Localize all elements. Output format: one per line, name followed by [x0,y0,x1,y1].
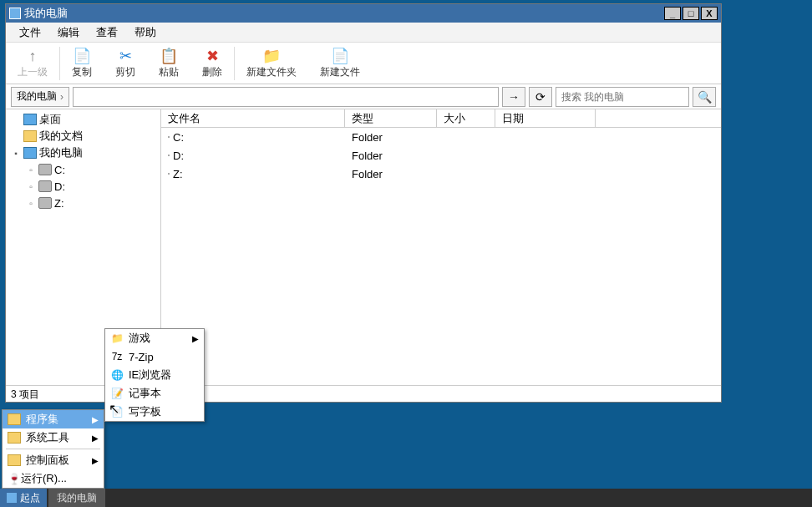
toolbar-剪切[interactable]: ✂剪切 [104,43,147,84]
menu-edit[interactable]: 编辑 [49,23,88,42]
file-type: Folder [345,150,437,162]
chevron-right-icon: ▶ [192,334,199,343]
tree-node-我的电脑[interactable]: ▪我的电脑 [6,144,160,161]
search-input[interactable] [556,87,689,107]
menu-label: IE浏览器 [129,368,171,383]
toolbar-icon: 📄 [73,47,91,65]
drive-icon [38,197,52,209]
app-icon: 🌐 [110,369,124,381]
address-bar: 我的电脑 › → ⟳ 🔍 [6,84,721,109]
column-headers: 文件名类型大小日期 [161,109,721,128]
submenu-item-7-Zip[interactable]: 7z7-Zip [105,347,204,366]
column-header[interactable]: 文件名 [161,109,345,127]
submenu-item-记事本[interactable]: 📝记事本 [105,384,204,403]
toolbar-新建文件[interactable]: 📄新建文件 [308,43,372,84]
app-icon: 📝 [110,388,124,399]
drive-icon [168,136,170,138]
toolbar: ↑上一级📄复制✂剪切📋粘贴✖删除📁新建文件夹📄新建文件 [6,43,721,84]
tree-node-Z:[interactable]: ▫Z: [6,195,160,211]
toolbar-label: 粘贴 [159,65,179,79]
menu-label: 写字板 [129,404,161,419]
start-button[interactable]: 起点 [0,489,47,507]
toolbar-icon: 📁 [262,47,281,65]
file-rows: C:FolderD:FolderZ:Folder [161,128,721,385]
toolbar-删除[interactable]: ✖删除 [190,43,234,84]
expand-icon[interactable]: ▫ [26,165,36,175]
run-icon: 🍷 [8,473,21,485]
toolbar-粘贴[interactable]: 📋粘贴 [147,43,190,84]
table-row[interactable]: Z:Folder [161,165,721,183]
table-row[interactable]: D:Folder [161,146,721,165]
menu-label: 系统工具 [26,430,69,445]
tree-node-我的文档[interactable]: 我的文档 [6,128,160,144]
file-list-panel: 文件名类型大小日期 C:FolderD:FolderZ:Folder [161,109,721,385]
menu-help[interactable]: 帮助 [126,23,165,42]
toolbar-label: 删除 [202,65,222,79]
folder-icon [23,130,37,142]
menu-file[interactable]: 文件 [11,23,49,42]
toolbar-上一级: ↑上一级 [6,43,59,84]
start-item-控制面板[interactable]: 控制面板▶ [3,451,104,469]
titlebar[interactable]: 我的电脑 _ □ X [6,4,721,23]
tree-node-D:[interactable]: ▫D: [6,178,160,195]
menu-label: 运行(R)... [21,471,67,486]
refresh-button[interactable]: ⟳ [529,87,552,107]
toolbar-icon: 📄 [331,47,349,65]
app-icon [9,8,21,19]
submenu-item-写字板[interactable]: 📄写字板 [105,403,204,421]
taskbar-item[interactable]: 我的电脑 [48,489,105,507]
submenu-item-游戏[interactable]: 📁游戏▶ [105,329,204,347]
drive-icon [168,155,170,156]
toolbar-复制[interactable]: 📄复制 [60,43,104,84]
start-label: 起点 [20,491,40,505]
expand-icon[interactable]: ▫ [26,182,36,191]
toolbar-label: 新建文件夹 [246,65,297,79]
drive-icon [38,164,52,175]
window-title: 我的电脑 [24,6,662,21]
chevron-right-icon: ▶ [92,433,99,443]
file-name: D: [173,150,184,162]
app-icon: 📁 [110,332,124,344]
go-button[interactable]: → [502,87,525,107]
toolbar-label: 上一级 [18,65,48,79]
toolbar-icon: ↑ [29,47,37,65]
drive-icon [168,173,170,175]
expand-icon[interactable]: ▫ [26,199,36,208]
tree-label: D: [54,180,65,193]
tree-label: C: [54,164,65,176]
pc-icon [23,114,37,125]
toolbar-新建文件夹[interactable]: 📁新建文件夹 [235,43,308,84]
chevron-right-icon: › [60,91,63,103]
folder-icon [8,413,21,425]
toolbar-icon: 📋 [160,47,178,65]
column-header[interactable]: 大小 [437,109,495,127]
maximize-button[interactable]: □ [683,7,699,20]
tree-node-C:[interactable]: ▫C: [6,161,160,178]
menu-label: 7-Zip [129,351,154,363]
search-button[interactable]: 🔍 [693,87,716,107]
menu-label: 游戏 [129,331,150,346]
app-icon: 📄 [110,406,124,418]
file-type: Folder [345,168,437,180]
close-button[interactable]: X [701,7,718,20]
table-row[interactable]: C:Folder [161,128,721,146]
minimize-button[interactable]: _ [664,7,681,20]
toolbar-label: 新建文件 [320,65,360,79]
menu-label: 记事本 [129,386,161,401]
file-type: Folder [345,131,437,144]
start-icon [7,493,17,503]
breadcrumb[interactable]: 我的电脑 › [11,87,69,107]
column-header[interactable]: 日期 [495,109,596,127]
address-input[interactable] [73,87,499,107]
tree-node-桌面[interactable]: 桌面 [6,111,160,128]
start-item-系统工具[interactable]: 系统工具▶ [3,428,104,447]
expand-icon[interactable]: ▪ [11,149,21,158]
start-item-运行(R)...[interactable]: 🍷运行(R)... [3,469,104,488]
submenu-item-IE浏览器[interactable]: 🌐IE浏览器 [105,366,204,384]
menu-label: 控制面板 [26,453,69,468]
column-header[interactable]: 类型 [345,109,437,127]
start-item-程序集[interactable]: 程序集▶ [3,410,104,428]
drive-icon [38,180,52,192]
menu-view[interactable]: 查看 [88,23,126,42]
folder-icon [8,454,21,466]
